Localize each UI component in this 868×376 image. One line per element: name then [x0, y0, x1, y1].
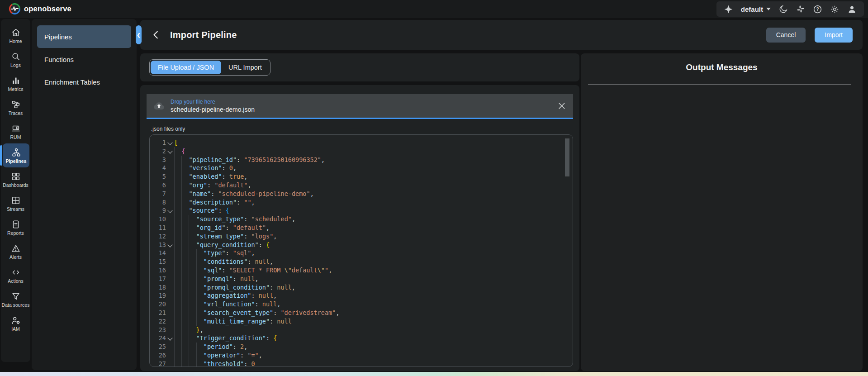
import-mode-tabs-card: File Upload / JSONURL Import [140, 53, 579, 81]
sidebar-item-home[interactable]: Home [1, 24, 30, 48]
file-dropzone[interactable]: Drop your file here scheduled-pipeline-d… [147, 94, 573, 119]
sidebar-item-traces[interactable]: Traces [1, 95, 30, 119]
report-icon [11, 219, 21, 229]
fold-gutter [166, 198, 174, 207]
subsidebar-item-functions[interactable]: Functions [37, 48, 131, 71]
sparkle-icon[interactable] [724, 5, 733, 14]
code-line: 4"version": 0, [150, 164, 573, 172]
code-text: "pipeline_id": "7396516250160996352", [174, 156, 325, 164]
help-icon[interactable]: ? [813, 5, 822, 14]
sidebar-item-metrics[interactable]: Metrics [1, 71, 30, 95]
code-text: "multi_time_range": null [174, 317, 292, 326]
cancel-button[interactable]: Cancel [766, 28, 806, 43]
fold-chevron-icon[interactable] [166, 241, 174, 249]
remove-file-icon[interactable] [557, 101, 567, 111]
sidebar-item-logs[interactable]: Logs [1, 48, 30, 71]
code-lines: 1[2{3"pipeline_id": "7396516250160996352… [150, 135, 573, 366]
line-number: 10 [150, 215, 166, 224]
sidebar-item-dashboards[interactable]: Dashboards [1, 167, 30, 191]
fold-gutter [166, 351, 174, 360]
code-text: "version": 0, [174, 164, 237, 172]
org-selector-value: default [741, 5, 763, 13]
tab-file-upload-json[interactable]: File Upload / JSON [151, 61, 221, 74]
line-number: 8 [150, 198, 166, 207]
slack-icon[interactable] [796, 5, 805, 14]
fold-gutter [166, 300, 174, 309]
code-line: 11"org_id": "default", [150, 224, 573, 232]
code-line: 5"enabled": true, [150, 172, 573, 181]
subsidebar-item-label: Functions [44, 56, 74, 63]
line-number: 1 [150, 138, 166, 147]
moon-icon[interactable] [778, 5, 788, 14]
sidebar-item-iam[interactable]: IAM [1, 311, 30, 335]
app-logo: openobserve [9, 3, 71, 14]
gear-icon[interactable] [830, 5, 840, 14]
org-selector[interactable]: default [741, 5, 771, 13]
sidebar-item-pipelines[interactable]: Pipelines [3, 143, 29, 167]
line-number: 18 [150, 283, 166, 292]
line-number: 12 [150, 232, 166, 241]
fold-chevron-icon[interactable] [166, 206, 174, 215]
code-line: 22"multi_time_range": null [150, 317, 573, 326]
alert-triangle-icon [11, 243, 21, 253]
tab-url-import[interactable]: URL Import [221, 61, 269, 74]
code-text: "operator": "=", [174, 351, 262, 360]
sidebar-item-streams[interactable]: Streams [1, 191, 30, 215]
code-text: "source": { [174, 206, 229, 215]
line-number: 4 [150, 164, 166, 172]
fold-gutter [166, 249, 174, 257]
fold-chevron-icon[interactable] [166, 147, 174, 156]
fold-gutter [166, 172, 174, 181]
tab-label: File Upload / JSON [158, 64, 214, 71]
sidebar-item-label: Streams [7, 207, 24, 212]
back-button[interactable] [150, 29, 162, 41]
line-number: 23 [150, 326, 166, 334]
sidebar-item-label: Data sources [2, 303, 30, 308]
search-icon [11, 52, 21, 62]
code-line: 27"threshold": 0 [150, 360, 573, 366]
code-line: 23}, [150, 326, 573, 334]
user-gear-icon [11, 315, 21, 325]
json-code-editor[interactable]: 1[2{3"pipeline_id": "7396516250160996352… [149, 134, 573, 367]
topbar-controls: default ? [716, 1, 864, 17]
code-text: { [174, 147, 185, 156]
import-mode-tab-group: File Upload / JSONURL Import [149, 59, 270, 76]
chevron-left-icon: ❮ [137, 33, 140, 38]
sidebar-item-alerts[interactable]: Alerts [1, 239, 30, 263]
sidebar-collapse-button[interactable]: ❮ [136, 25, 142, 44]
code-line: 6"org": "default", [150, 181, 573, 190]
line-number: 7 [150, 190, 166, 198]
file-type-note: .json files only [151, 126, 185, 132]
code-line: 16"sql": "SELECT * FROM \"default\"", [150, 266, 573, 275]
code-text: "conditions": null, [174, 257, 273, 266]
sidebar-item-rum[interactable]: RUM [1, 119, 30, 143]
subsidebar-item-pipelines[interactable]: Pipelines [37, 25, 131, 48]
sidebar-item-data-sources[interactable]: Data sources [1, 287, 30, 311]
sidebar-item-label: Alerts [9, 255, 22, 260]
line-number: 19 [150, 291, 166, 300]
code-line: 10"source_type": "scheduled", [150, 215, 573, 224]
fold-chevron-icon[interactable] [166, 334, 174, 343]
code-line: 26"operator": "=", [150, 351, 573, 360]
sidebar-item-actions[interactable]: Actions [1, 263, 30, 287]
fold-gutter [166, 215, 174, 224]
line-number: 6 [150, 181, 166, 190]
subsidebar-item-label: Pipelines [44, 33, 72, 41]
funnel-icon [11, 291, 21, 301]
fold-chevron-icon[interactable] [166, 138, 174, 147]
subsidebar-item-enrichment-tables[interactable]: Enrichment Tables [37, 71, 131, 93]
fold-gutter [166, 156, 174, 164]
laptop-icon [11, 124, 21, 133]
editor-scrollbar[interactable] [565, 138, 569, 176]
subsidebar-item-label: Enrichment Tables [44, 78, 100, 86]
import-button[interactable]: Import [815, 28, 853, 43]
code-text: "vrl_function": null, [174, 300, 280, 309]
fold-gutter [166, 190, 174, 198]
svg-text:?: ? [816, 7, 819, 12]
code-text: "query_condition": { [174, 241, 270, 249]
sidebar-item-reports[interactable]: Reports [1, 215, 30, 239]
code-line: 1[ [150, 138, 573, 147]
output-divider [588, 84, 851, 85]
fold-gutter [166, 326, 174, 334]
profile-icon[interactable] [847, 5, 857, 14]
